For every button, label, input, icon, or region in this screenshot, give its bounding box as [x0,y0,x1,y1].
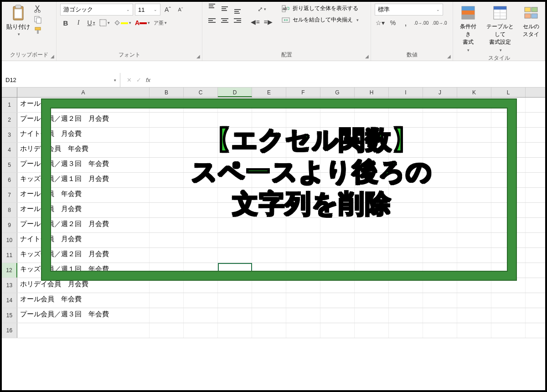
cell[interactable] [491,278,526,293]
cell[interactable] [150,128,184,142]
col-header-L[interactable]: L [491,88,526,97]
cell[interactable] [423,143,457,157]
cell[interactable] [320,173,355,187]
row-header[interactable]: 5 [2,158,17,172]
align-top-button[interactable] [206,4,218,14]
row-header[interactable]: 15 [2,308,17,323]
font-name-select[interactable]: 游ゴシック⌄ [60,4,133,15]
increase-font-icon[interactable]: Aˆ [162,4,173,15]
row-header[interactable]: 2 [2,113,17,127]
cell[interactable] [423,173,457,187]
dialog-launcher-icon[interactable]: ◢ [447,54,451,59]
cell[interactable] [150,113,184,127]
cell[interactable] [218,158,252,172]
cell[interactable]: オール会員 年会費 [17,98,150,112]
cell[interactable]: キッズ会員／週１回 月会費 [17,173,150,187]
cell[interactable] [423,98,457,112]
cell[interactable] [491,248,526,263]
phonetic-button[interactable]: ア亜▾ [153,17,168,28]
cell[interactable] [320,218,355,232]
cell[interactable] [389,293,423,308]
cell[interactable] [320,293,355,308]
cell[interactable] [355,128,389,142]
fx-icon[interactable]: fx [146,77,150,83]
cell[interactable] [184,278,218,293]
cell[interactable]: ナイト会員 月会費 [17,128,150,142]
cell[interactable] [252,293,286,308]
cell[interactable]: プール会員／週３回 年会費 [17,308,150,323]
cell[interactable] [457,188,491,202]
cell[interactable] [355,98,389,112]
cell[interactable] [252,263,286,278]
cell[interactable] [286,218,320,232]
row-header[interactable]: 11 [2,248,17,263]
cell[interactable] [184,218,218,232]
cell[interactable] [286,158,320,172]
cell[interactable] [320,158,355,172]
cell[interactable] [355,203,389,217]
cell[interactable] [184,323,218,338]
col-header-H[interactable]: H [355,88,389,97]
row-header[interactable]: 3 [2,128,17,142]
align-center-button[interactable] [219,15,231,26]
row-header[interactable]: 4 [2,143,17,157]
cell[interactable] [252,308,286,323]
cell[interactable] [355,188,389,202]
cell[interactable] [150,323,184,338]
cell[interactable] [389,308,423,323]
cell[interactable] [252,248,286,263]
row-header[interactable]: 1 [2,98,17,112]
cell[interactable] [150,188,184,202]
cell[interactable] [389,158,423,172]
cell[interactable] [355,173,389,187]
wrap-text-button[interactable]: ab 折り返して全体を表示する [280,4,361,13]
cell[interactable] [252,278,286,293]
align-right-button[interactable] [232,15,243,26]
cell[interactable] [389,128,423,142]
cell[interactable] [389,98,423,112]
cell[interactable] [491,323,526,338]
cell[interactable] [252,98,286,112]
cell[interactable] [355,248,389,263]
cell[interactable] [184,158,218,172]
cell[interactable] [218,188,252,202]
border-button[interactable]: ▾ [98,17,111,28]
cell[interactable] [286,263,320,278]
cell[interactable] [491,308,526,323]
cell[interactable] [184,203,218,217]
row-header[interactable]: 14 [2,293,17,308]
cell[interactable] [184,113,218,127]
comma-button[interactable]: , [400,17,411,28]
cell[interactable]: ナイト会員 月会費 [17,233,150,248]
cell[interactable] [491,293,526,308]
row-header[interactable]: 6 [2,173,17,187]
cell[interactable] [457,113,491,127]
name-box[interactable]: D12 ▾ [2,73,120,87]
cell[interactable] [389,218,423,232]
increase-decimal-button[interactable]: .0→.00 [413,17,429,28]
cell[interactable] [389,233,423,248]
cell[interactable] [389,203,423,217]
cell[interactable] [457,128,491,142]
font-color-button[interactable]: A▾ [134,17,151,28]
cell[interactable] [457,263,491,278]
col-header-E[interactable]: E [252,88,286,97]
cell[interactable] [491,173,526,187]
cancel-icon[interactable]: ✕ [127,77,132,83]
cell[interactable] [286,173,320,187]
cell[interactable]: キッズ会員／週１回 年会費 [17,263,150,278]
underline-button[interactable]: U▾ [86,17,97,28]
cell[interactable] [457,323,491,338]
cell[interactable] [457,203,491,217]
confirm-icon[interactable]: ✓ [136,77,141,83]
cell[interactable]: オール会員 年会費 [17,188,150,202]
bold-button[interactable]: B [60,17,71,28]
cell[interactable] [457,98,491,112]
grid-body[interactable]: 1オール会員 年会費2プール会員／週２回 月会費3ナイト会員 月会費4ホリデイ会… [2,98,545,338]
cell[interactable] [491,143,526,157]
col-header-I[interactable]: I [389,88,423,97]
cell[interactable] [218,263,252,278]
cell[interactable] [389,143,423,157]
italic-button[interactable]: I [73,17,84,28]
cell[interactable] [355,143,389,157]
